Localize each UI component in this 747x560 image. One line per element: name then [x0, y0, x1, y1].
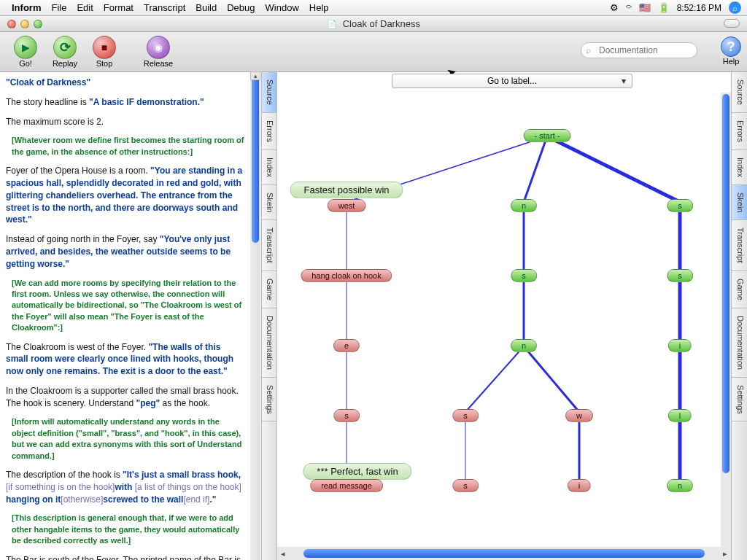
svg-line-2 [547, 136, 680, 202]
document-icon: 📄 [327, 20, 337, 28]
window-titlebar: 📄 Cloak of Darkness [0, 16, 747, 32]
source-editor[interactable]: "Cloak of Darkness" The story headline i… [0, 72, 250, 560]
right-tab-index[interactable]: Index [732, 150, 747, 185]
help-label: Help [723, 57, 740, 66]
scroll-up-icon[interactable]: ▴ [250, 71, 260, 80]
go-label: Go! [19, 59, 32, 68]
left-pane: "Cloak of Darkness" The story headline i… [0, 72, 277, 560]
toolbar: Go! Replay Stop Release ⌕ ? Help [0, 32, 747, 72]
app-window: 📄 Cloak of Darkness Go! Replay Stop Rele… [0, 16, 747, 560]
skein-node[interactable]: west [328, 199, 366, 212]
right-vertical-scrollbar[interactable] [721, 93, 731, 547]
search-wrap: ⌕ [581, 42, 697, 58]
skein-node-start[interactable]: - start - [524, 129, 571, 142]
skein-node[interactable]: s [667, 199, 693, 212]
toolbar-pill-button[interactable] [724, 19, 740, 28]
skein-canvas[interactable]: - start - Fastest possible win west hang… [277, 93, 731, 547]
battery-icon[interactable]: 🔋 [658, 2, 670, 13]
right-horizontal-scrollbar[interactable]: ◂ ▸ [277, 547, 731, 560]
menu-format[interactable]: Format [104, 2, 133, 13]
right-vertical-tabs: Source Errors Index Skein Transcript Gam… [731, 72, 747, 560]
menu-file[interactable]: File [51, 2, 66, 13]
menu-build[interactable]: Build [196, 2, 217, 13]
skein-node[interactable]: s [452, 479, 479, 492]
stop-button[interactable] [93, 36, 116, 59]
left-tab-documentation[interactable]: Documentation [262, 308, 276, 378]
skein-node[interactable]: e [333, 339, 360, 352]
left-vertical-tabs: Source Errors Index Skein Transcript Gam… [261, 72, 277, 560]
right-tab-errors[interactable]: Errors [732, 113, 747, 150]
stop-label: Stop [96, 59, 113, 68]
menu-edit[interactable]: Edit [77, 2, 93, 13]
left-tab-settings[interactable]: Settings [262, 378, 276, 422]
replay-button[interactable] [53, 36, 77, 59]
search-icon: ⌕ [586, 45, 591, 55]
scroll-right-icon[interactable]: ▸ [719, 549, 731, 559]
left-tab-index[interactable]: Index [262, 150, 276, 185]
replay-label: Replay [53, 59, 77, 68]
help-button[interactable]: ? [721, 36, 741, 57]
right-pane: Go to label... [277, 72, 747, 560]
skein-node[interactable]: s [333, 409, 360, 422]
window-title: 📄 Cloak of Darkness [0, 18, 747, 29]
right-tab-documentation[interactable]: Documentation [732, 308, 747, 378]
left-tab-source[interactable]: Source [262, 72, 276, 113]
right-tab-transcript[interactable]: Transcript [732, 220, 747, 271]
left-scroll-body: "Cloak of Darkness" The story headline i… [0, 72, 260, 560]
left-tab-game[interactable]: Game [262, 271, 276, 308]
release-label: Release [144, 59, 173, 68]
scroll-thumb[interactable] [722, 94, 729, 473]
right-tab-game[interactable]: Game [732, 271, 747, 308]
go-button[interactable] [14, 36, 37, 59]
flag-icon[interactable]: 🇺🇸 [639, 2, 651, 13]
skein-node[interactable]: hang cloak on hook [301, 269, 392, 282]
goto-label-text: Go to label... [487, 76, 537, 86]
wifi-icon[interactable]: ⌔ [626, 2, 632, 13]
skein-node[interactable]: n [667, 479, 693, 492]
documentation-search-input[interactable] [581, 42, 697, 58]
menu-help[interactable]: Help [309, 2, 329, 13]
left-tab-skein[interactable]: Skein [262, 185, 276, 221]
svg-line-1 [524, 136, 547, 202]
svg-line-10 [524, 346, 579, 412]
clock[interactable]: 8:52:16 PM [677, 3, 721, 13]
skein-node[interactable]: s [667, 269, 693, 282]
skein-node[interactable]: i [668, 339, 692, 352]
right-top-bar: Go to label... [277, 72, 747, 90]
right-tab-settings[interactable]: Settings [732, 378, 747, 422]
skein-node[interactable]: read message [310, 479, 383, 492]
skein-banner-fastest-win[interactable]: Fastest possible win [290, 182, 403, 198]
gear-icon[interactable]: ⚙ [610, 2, 619, 13]
skein-banner-perfect-win[interactable]: *** Perfect, fast win [303, 463, 411, 480]
menu-window[interactable]: Window [266, 2, 299, 13]
menu-debug[interactable]: Debug [227, 2, 255, 13]
left-tab-transcript[interactable]: Transcript [262, 220, 276, 271]
app-menu[interactable]: Inform [12, 2, 41, 13]
svg-line-9 [465, 346, 524, 412]
skein-node[interactable]: w [565, 409, 593, 422]
mac-menubar: Inform File Edit Format Transcript Build… [0, 0, 747, 16]
right-tab-source[interactable]: Source [732, 72, 747, 113]
right-tab-skein[interactable]: Skein [732, 185, 747, 221]
menu-transcript[interactable]: Transcript [144, 2, 185, 13]
skein-node[interactable]: n [511, 339, 537, 352]
scroll-left-icon[interactable]: ◂ [277, 549, 289, 559]
skein-node[interactable]: l [668, 409, 692, 422]
skein-node[interactable]: s [452, 409, 479, 422]
left-tab-errors[interactable]: Errors [262, 113, 276, 150]
content-split: "Cloak of Darkness" The story headline i… [0, 72, 747, 560]
release-button[interactable] [147, 36, 170, 59]
skein-node[interactable]: i [568, 479, 591, 492]
spotlight-icon[interactable]: ⌕ [729, 1, 741, 14]
scroll-thumb[interactable] [303, 549, 705, 558]
skein-node[interactable]: n [511, 199, 537, 212]
left-vertical-scrollbar[interactable]: ▴ [250, 72, 260, 560]
goto-label-dropdown[interactable]: Go to label... [392, 74, 632, 88]
skein-node[interactable]: s [511, 269, 537, 282]
